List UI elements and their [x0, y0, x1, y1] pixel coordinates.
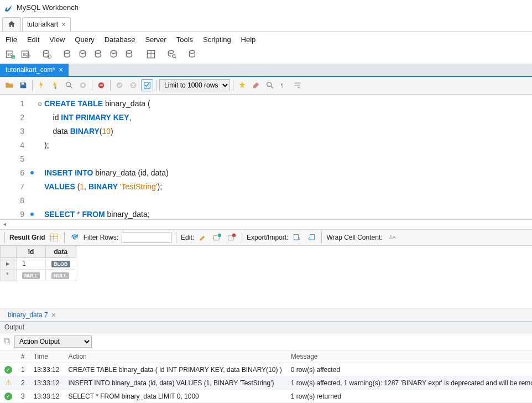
- edit-label: Edit:: [181, 234, 194, 241]
- import-icon[interactable]: [306, 232, 317, 243]
- svg-line-24: [70, 86, 72, 88]
- svg-line-19: [175, 57, 176, 59]
- svg-rect-26: [82, 84, 84, 86]
- export-label: Export/Import:: [247, 234, 288, 241]
- svg-point-29: [117, 82, 123, 89]
- svg-rect-47: [6, 339, 9, 344]
- connection-tabstrip: tutorialkart ×: [0, 16, 532, 32]
- svg-rect-35: [50, 234, 58, 241]
- new-sql-tab-icon[interactable]: SQL+: [4, 48, 17, 60]
- svg-point-11: [95, 50, 101, 53]
- svg-point-12: [111, 50, 116, 53]
- close-icon[interactable]: ×: [61, 20, 66, 28]
- menu-database[interactable]: Database: [105, 35, 135, 44]
- editor-tab[interactable]: tutorialkart_com* ×: [0, 64, 69, 76]
- db-reconnect-icon[interactable]: [187, 48, 199, 60]
- svg-text:I: I: [55, 86, 56, 90]
- table-row[interactable]: * NULL NULL: [1, 269, 76, 281]
- menu-view[interactable]: View: [49, 35, 65, 44]
- svg-rect-21: [22, 82, 24, 84]
- delete-row-icon[interactable]: [226, 232, 237, 243]
- home-tab[interactable]: [2, 17, 21, 32]
- output-header: Output: [0, 322, 532, 333]
- sql-editor[interactable]: 123456789 ⊖ CREATE TABLE binary_data ( i…: [0, 95, 532, 219]
- result-tab[interactable]: binary_data 7 ×: [3, 310, 60, 320]
- close-icon[interactable]: ×: [51, 311, 56, 319]
- editor-scrollbar[interactable]: [0, 219, 532, 229]
- col-id[interactable]: id: [17, 246, 46, 257]
- db-icon-2[interactable]: [77, 48, 90, 60]
- db-icon-3[interactable]: [93, 48, 105, 60]
- table-row[interactable]: ▸ 1 BLOB: [1, 257, 76, 269]
- close-icon[interactable]: ×: [59, 66, 63, 74]
- editor-tabstrip: tutorialkart_com* ×: [0, 64, 532, 77]
- svg-rect-43: [294, 234, 299, 240]
- menu-help[interactable]: Help: [241, 35, 256, 44]
- connection-tab-label: tutorialkart: [27, 20, 58, 28]
- svg-point-9: [64, 50, 70, 53]
- open-file-icon[interactable]: [3, 79, 15, 91]
- output-copy-icon[interactable]: [3, 337, 11, 347]
- window-title: MySQL Workbench: [17, 3, 79, 12]
- svg-text:⇩A: ⇩A: [388, 234, 395, 240]
- rollback-icon[interactable]: [127, 79, 139, 91]
- stop-on-error-icon[interactable]: [95, 79, 107, 91]
- menu-server[interactable]: Server: [145, 35, 166, 44]
- execute-cursor-icon[interactable]: I: [49, 79, 61, 91]
- find-icon[interactable]: [264, 79, 276, 91]
- limit-select[interactable]: Limit to 1000 rows: [159, 79, 230, 91]
- edit-row-icon[interactable]: [197, 232, 208, 243]
- stop-icon[interactable]: [77, 79, 89, 91]
- output-table: # Time Action Message ✓113:33:12CREATE T…: [0, 350, 532, 403]
- wrap-cell-icon[interactable]: ⇩A: [386, 232, 397, 243]
- menu-tools[interactable]: Tools: [176, 35, 193, 44]
- svg-point-42: [232, 233, 236, 236]
- brush-icon[interactable]: [250, 79, 262, 91]
- grid-icon[interactable]: [49, 232, 60, 243]
- db-admin-icon[interactable]: i: [41, 48, 53, 60]
- menu-scripting[interactable]: Scripting: [203, 35, 231, 44]
- menu-edit[interactable]: Edit: [27, 35, 39, 44]
- save-icon[interactable]: [17, 79, 29, 91]
- result-toolbar: Result Grid Filter Rows: Edit: Export/Im…: [0, 229, 532, 246]
- menu-file[interactable]: File: [6, 35, 17, 44]
- editor-toolbar: I Limit to 1000 rows ¶: [0, 77, 532, 95]
- svg-rect-28: [100, 85, 102, 86]
- output-type-select[interactable]: Action Output: [14, 335, 92, 348]
- db-icon-1[interactable]: [62, 48, 74, 60]
- search-db-icon[interactable]: [166, 48, 178, 60]
- add-row-icon[interactable]: [212, 232, 223, 243]
- editor-tab-label: tutorialkart_com*: [6, 66, 55, 74]
- open-sql-icon[interactable]: SQL: [20, 48, 32, 60]
- menubar: File Edit View Query Database Server Too…: [0, 32, 532, 46]
- svg-point-20: [189, 50, 195, 53]
- refresh-icon[interactable]: [69, 232, 80, 243]
- commit-icon[interactable]: [113, 79, 126, 91]
- menu-query[interactable]: Query: [75, 35, 94, 44]
- filter-input[interactable]: [122, 232, 171, 243]
- svg-point-13: [126, 50, 132, 53]
- explain-icon[interactable]: [63, 79, 75, 91]
- autocommit-icon[interactable]: [141, 79, 153, 91]
- svg-rect-46: [4, 338, 8, 343]
- result-grid[interactable]: id data ▸ 1 BLOB * NULL NULL: [0, 246, 532, 309]
- wrap-label: Wrap Cell Content:: [326, 234, 382, 241]
- beautify-icon[interactable]: [236, 79, 248, 91]
- table-icon[interactable]: [145, 48, 157, 60]
- svg-text:i: i: [48, 55, 49, 58]
- svg-point-6: [43, 50, 49, 53]
- execute-icon[interactable]: [35, 79, 48, 91]
- export-icon[interactable]: [291, 232, 302, 243]
- col-data[interactable]: data: [46, 246, 76, 257]
- db-icon-5[interactable]: [124, 48, 136, 60]
- output-row[interactable]: ⚠213:33:12INSERT INTO binary_data (id, d…: [0, 376, 532, 390]
- main-toolbar: SQL+ SQL i: [0, 46, 532, 64]
- svg-point-10: [80, 50, 85, 53]
- svg-rect-44: [310, 234, 315, 240]
- connection-tab[interactable]: tutorialkart ×: [22, 17, 71, 32]
- output-row[interactable]: ✓313:33:12SELECT * FROM binary_data LIMI…: [0, 390, 532, 403]
- output-row[interactable]: ✓113:33:12CREATE TABLE binary_data ( id …: [0, 363, 532, 376]
- db-icon-4[interactable]: [108, 48, 121, 60]
- wrap-icon[interactable]: [291, 79, 304, 91]
- invisible-chars-icon[interactable]: ¶: [278, 79, 290, 91]
